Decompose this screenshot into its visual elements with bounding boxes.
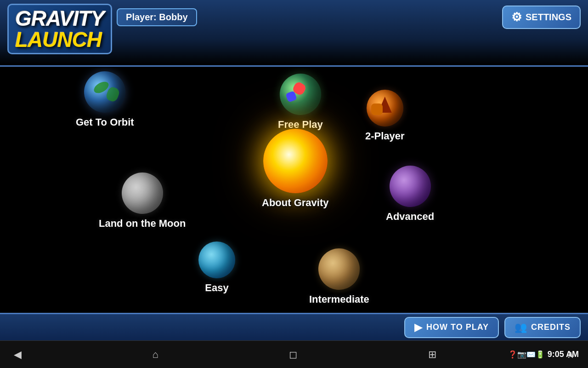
intermediate-label: Intermediate [309, 293, 369, 305]
how-to-play-icon: ▶ [414, 322, 423, 334]
intermediate-planet[interactable]: Intermediate [309, 248, 369, 305]
land-on-moon-label: Land on the Moon [99, 218, 186, 230]
top-bar: GRAVITYLAUNCH Player: Bobby ⚙ SETTINGS [0, 0, 588, 67]
intermediate-sphere [318, 248, 360, 290]
two-player-planet[interactable]: 2-Player [365, 90, 405, 142]
about-gravity-planet[interactable]: About Gravity [262, 129, 328, 209]
settings-label: SETTINGS [526, 12, 571, 23]
get-to-orbit-label: Get To Orbit [76, 116, 134, 128]
logo-title: GRAVITYLAUNCH [15, 8, 104, 50]
home-button[interactable]: ⌂ [152, 349, 158, 361]
earth-sphere [84, 71, 125, 113]
credits-button[interactable]: 👥 CREDITS [504, 317, 581, 338]
freeplay-sphere [280, 74, 321, 115]
sun-sphere [263, 129, 328, 193]
status-icons: ❓📷✉️🔋 [508, 350, 545, 359]
advanced-sphere [390, 166, 431, 207]
easy-planet[interactable]: Easy [198, 242, 235, 294]
logo-area: GRAVITYLAUNCH [7, 4, 112, 54]
grid-button[interactable]: ⊞ [428, 349, 436, 361]
how-to-play-label: HOW TO PLAY [426, 322, 489, 332]
time-display: 9:05 AM [548, 350, 579, 359]
settings-button[interactable]: ⚙ SETTINGS [502, 6, 581, 29]
advanced-planet[interactable]: Advanced [386, 166, 434, 223]
back-button[interactable]: ◀ [14, 349, 22, 361]
advanced-label: Advanced [386, 211, 434, 223]
android-nav-bar: ◀ ⌂ ◻ ⊞ ∧ ❓📷✉️🔋 9:05 AM [0, 340, 588, 368]
easy-label: Easy [205, 282, 228, 294]
get-to-orbit-planet[interactable]: Get To Orbit [76, 71, 134, 128]
about-gravity-label: About Gravity [262, 197, 328, 209]
two-player-label: 2-Player [365, 130, 405, 142]
recent-apps-button[interactable]: ◻ [289, 349, 297, 361]
gear-icon: ⚙ [511, 10, 522, 24]
moon-sphere [122, 172, 163, 214]
header-content: GRAVITYLAUNCH Player: Bobby [7, 4, 197, 54]
status-bar: ❓📷✉️🔋 9:05 AM [508, 340, 588, 368]
player-badge: Player: Bobby [117, 8, 197, 26]
land-on-moon-planet[interactable]: Land on the Moon [99, 172, 186, 230]
how-to-play-button[interactable]: ▶ HOW TO PLAY [404, 317, 499, 338]
free-play-planet[interactable]: Free Play [278, 74, 323, 131]
bottom-bar: ▶ HOW TO PLAY 👥 CREDITS [0, 313, 588, 340]
logo-box: GRAVITYLAUNCH [7, 4, 112, 54]
easy-sphere [198, 242, 235, 278]
credits-icon: 👥 [514, 322, 527, 334]
credits-label: CREDITS [531, 322, 571, 332]
twoplayer-sphere [367, 90, 403, 126]
